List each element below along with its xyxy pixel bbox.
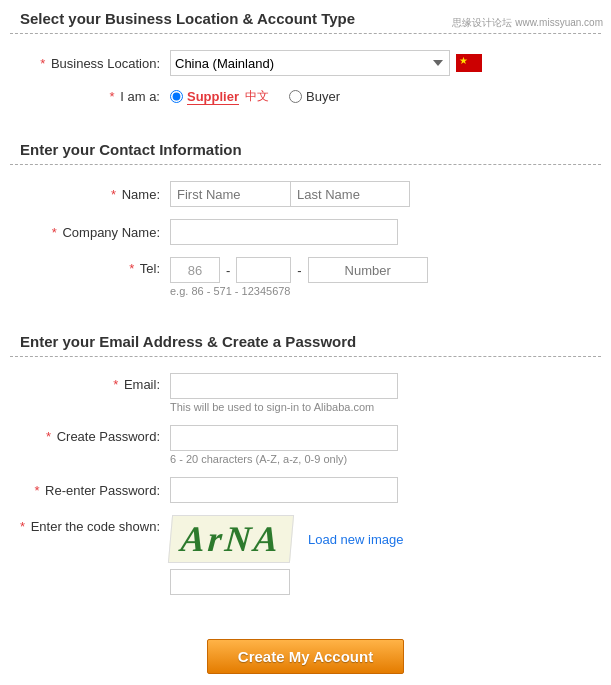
china-flag-icon [456, 54, 482, 72]
supplier-radio[interactable] [170, 90, 183, 103]
section2-header: Enter your Contact Information [10, 141, 601, 165]
watermark: 思缘设计论坛 www.missyuan.com [452, 16, 603, 30]
tel-number-input[interactable] [308, 257, 428, 283]
first-name-input[interactable] [170, 181, 290, 207]
business-location-label: * Business Location: [10, 56, 170, 71]
tel-country-input[interactable] [170, 257, 220, 283]
section3-header: Enter your Email Address & Create a Pass… [10, 333, 601, 357]
password-input[interactable] [170, 425, 398, 451]
role-label: * I am a: [10, 89, 170, 104]
supplier-cn-label: 中文 [245, 88, 269, 105]
last-name-input[interactable] [290, 181, 410, 207]
create-account-button[interactable]: Create My Account [207, 639, 404, 674]
buyer-option[interactable]: Buyer [289, 89, 340, 104]
captcha-input[interactable] [170, 569, 290, 595]
tel-hint: e.g. 86 - 571 - 12345678 [170, 285, 428, 297]
business-location-select[interactable]: China (Mainland) [170, 50, 450, 76]
password-hint: 6 - 20 characters (A-Z, a-z, 0-9 only) [170, 453, 398, 465]
required-star: * [40, 56, 45, 71]
reenter-password-input[interactable] [170, 477, 398, 503]
name-label: * Name: [10, 187, 170, 202]
company-name-input[interactable] [170, 219, 398, 245]
supplier-label: Supplier [187, 89, 239, 105]
tel-area-input[interactable] [236, 257, 291, 283]
tel-label: * Tel: [10, 257, 170, 276]
password-label: * Create Password: [10, 425, 170, 444]
load-new-image-link[interactable]: Load new image [308, 532, 403, 547]
company-label: * Company Name: [10, 225, 170, 240]
supplier-option[interactable]: Supplier 中文 [170, 88, 269, 105]
buyer-label: Buyer [306, 89, 340, 104]
captcha-label: * Enter the code shown: [10, 515, 170, 534]
email-input[interactable] [170, 373, 398, 399]
buyer-radio[interactable] [289, 90, 302, 103]
required-star2: * [110, 89, 115, 104]
email-hint: This will be used to sign-in to Alibaba.… [170, 401, 398, 413]
reenter-label: * Re-enter Password: [10, 483, 170, 498]
captcha-image: ArNA [168, 515, 294, 563]
email-label: * Email: [10, 373, 170, 392]
